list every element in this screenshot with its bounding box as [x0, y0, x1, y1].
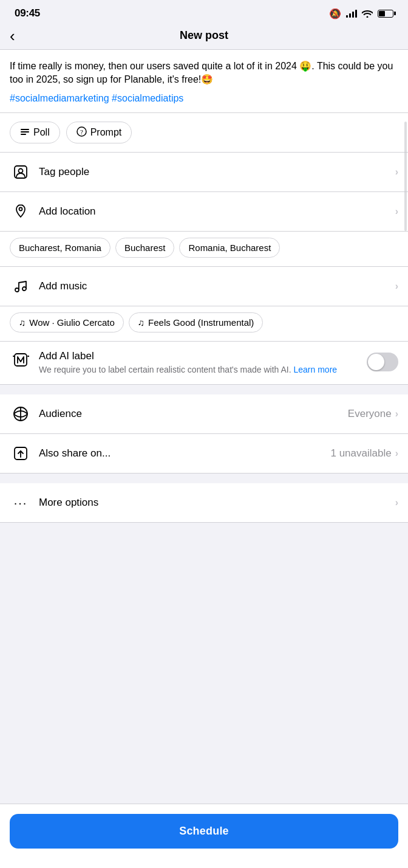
add-music-row[interactable]: Add music › [0, 267, 408, 306]
location-chip-1[interactable]: Bucharest [115, 238, 175, 258]
ai-label-row: Add AI label We require you to label cer… [0, 342, 408, 385]
share-icon [10, 443, 32, 464]
location-chip-0[interactable]: Bucharest, Romania [10, 238, 110, 258]
poll-label: Poll [33, 127, 50, 138]
svg-point-8 [15, 288, 19, 292]
signal-icon [346, 9, 357, 18]
audience-label: Audience [39, 408, 348, 420]
audience-value: Everyone [348, 408, 392, 420]
more-options-icon: ··· [10, 492, 32, 514]
nav-header: ‹ New post [0, 24, 408, 49]
post-content-area: If time really is money, then our users … [0, 49, 408, 113]
tag-people-chevron: › [395, 167, 398, 177]
music-suggestions: ♫ Wow · Giulio Cercato ♫ Feels Good (Ins… [0, 306, 408, 342]
prompt-chip[interactable]: ? Prompt [66, 122, 132, 143]
status-bar: 09:45 🔕 [0, 0, 408, 24]
music-icon [10, 275, 32, 297]
scroll-indicator [404, 122, 407, 231]
tag-people-label: Tag people [39, 166, 395, 178]
music-chip-0[interactable]: ♫ Wow · Giulio Cercato [10, 312, 124, 332]
music-chevron: › [395, 281, 398, 292]
poll-icon [20, 127, 30, 139]
post-hashtags: #socialmediamarketing #socialmediatips [10, 92, 398, 105]
status-icons: 🔕 [329, 8, 393, 19]
music-chip-1[interactable]: ♫ Feels Good (Instrumental) [129, 312, 264, 332]
bottom-bar: Schedule [0, 804, 408, 868]
ai-label-toggle[interactable] [367, 353, 398, 371]
svg-point-7 [19, 207, 22, 210]
add-location-row[interactable]: Add location › [0, 192, 408, 232]
bottom-spacer [0, 523, 408, 596]
svg-rect-10 [15, 354, 27, 366]
audience-chevron: › [395, 408, 398, 419]
section-gap-1 [0, 385, 408, 394]
location-icon [10, 201, 32, 222]
prompt-label: Prompt [90, 127, 122, 138]
post-text: If time really is money, then our users … [10, 60, 398, 87]
mute-icon: 🔕 [329, 8, 341, 19]
location-chip-2[interactable]: Romania, Bucharest [179, 238, 280, 258]
add-location-label: Add location [39, 205, 395, 218]
tag-people-row[interactable]: Tag people › [0, 153, 408, 192]
poll-chip[interactable]: Poll [10, 122, 60, 143]
battery-icon [378, 10, 393, 18]
status-time: 09:45 [15, 7, 40, 19]
ai-label-title: Add AI label [39, 350, 359, 362]
action-chips-row: Poll ? Prompt [0, 113, 408, 152]
music-note-icon-1: ♫ [138, 317, 144, 328]
more-options-label: More options [39, 497, 395, 509]
location-suggestions: Bucharest, Romania Bucharest Romania, Bu… [0, 232, 408, 267]
share-chevron: › [395, 448, 398, 459]
back-button[interactable]: ‹ [10, 28, 15, 44]
audience-icon [10, 403, 32, 425]
svg-text:?: ? [80, 128, 83, 136]
prompt-icon: ? [76, 126, 87, 139]
schedule-button[interactable]: Schedule [10, 814, 398, 849]
section-gap-2 [0, 474, 408, 483]
also-share-value: 1 unavailable [330, 447, 391, 460]
add-music-label: Add music [39, 280, 395, 292]
wifi-icon [362, 9, 373, 18]
toggle-knob [368, 354, 384, 370]
also-share-row[interactable]: Also share on... 1 unavailable › [0, 434, 408, 474]
tag-people-icon [10, 161, 32, 183]
ai-label-text: Add AI label We require you to label cer… [39, 350, 359, 376]
also-share-label: Also share on... [39, 447, 330, 460]
more-options-chevron: › [395, 497, 398, 508]
more-options-row[interactable]: ··· More options › [0, 483, 408, 523]
ai-label-icon [10, 351, 32, 372]
svg-point-6 [19, 168, 23, 173]
ai-label-description: We require you to label certain realisti… [39, 364, 359, 376]
audience-row[interactable]: Audience Everyone › [0, 394, 408, 434]
page-title: New post [180, 29, 228, 42]
ai-learn-more-link[interactable]: Learn more [294, 365, 338, 374]
music-note-icon-0: ♫ [19, 317, 25, 328]
location-chevron: › [395, 206, 398, 217]
